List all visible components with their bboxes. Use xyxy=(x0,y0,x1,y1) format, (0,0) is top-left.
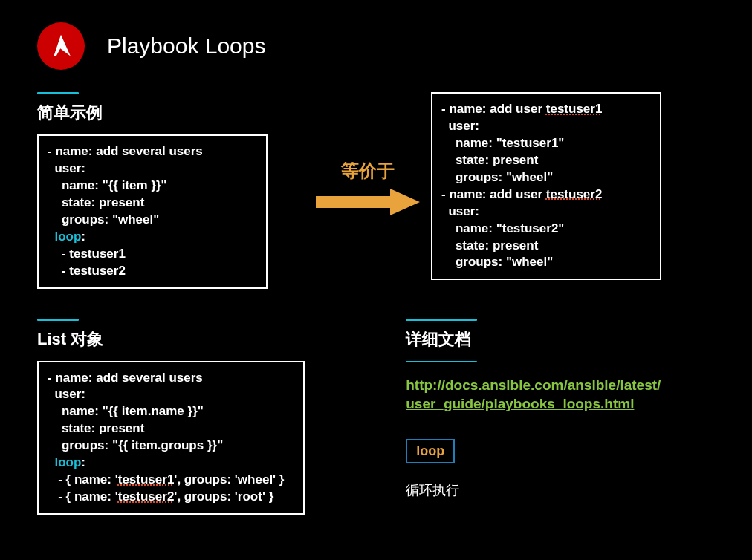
accent-line xyxy=(37,92,79,94)
accent-line xyxy=(37,319,79,321)
page-title: Playbook Loops xyxy=(107,33,266,59)
accent-line xyxy=(406,319,477,321)
code-line: state: present xyxy=(441,238,538,253)
code-line: groups: "wheel" xyxy=(441,170,553,184)
code-line: user: xyxy=(48,387,85,401)
code-line: - { name: ' xyxy=(48,472,118,486)
docs-link[interactable]: http://docs.ansible.com/ansible/latest/u… xyxy=(406,377,661,412)
code-line: name: "{{ item.name }}" xyxy=(48,404,204,418)
docs-link-block: http://docs.ansible.com/ansible/latest/u… xyxy=(406,376,715,414)
code-line: name: "testuser1" xyxy=(441,136,564,150)
loop-badge: loop xyxy=(406,439,455,463)
code-line: testuser1 xyxy=(546,102,603,116)
section-docs-label: 详细文档 xyxy=(406,328,715,351)
code-line: testuser2 xyxy=(118,489,175,504)
section-list-label: List 对象 xyxy=(37,328,317,351)
code-line: state: present xyxy=(48,421,144,435)
code-line: state: present xyxy=(48,195,144,209)
code-line: groups: "wheel" xyxy=(441,255,553,269)
code-line: name: "{{ item }}" xyxy=(48,178,167,192)
code-box-simple-loop: - name: add several users user: name: "{… xyxy=(37,134,268,289)
code-line: testuser2 xyxy=(546,187,603,201)
code-line: - testuser1 xyxy=(48,247,126,261)
row-simple-example: 简单示例 - name: add several users user: nam… xyxy=(37,92,715,289)
code-line: - testuser2 xyxy=(48,264,126,278)
code-line: ', groups: 'wheel' } xyxy=(174,472,284,486)
header: Playbook Loops xyxy=(37,22,715,70)
code-line: : xyxy=(81,229,85,244)
code-line: groups: "wheel" xyxy=(48,212,159,227)
col-list-object: List 对象 - name: add several users user: … xyxy=(37,319,317,515)
code-line: user: xyxy=(441,204,479,218)
loop-description: 循环执行 xyxy=(406,481,715,499)
section-simple-label: 简单示例 xyxy=(37,102,305,124)
accent-line xyxy=(406,361,477,362)
col-docs: 详细文档 http://docs.ansible.com/ansible/lat… xyxy=(406,319,715,499)
slide: Playbook Loops 简单示例 - name: add several … xyxy=(0,0,752,560)
col-equiv: 等价于 xyxy=(305,92,431,217)
code-line: - name: add user xyxy=(441,187,546,201)
col-simple-left: 简单示例 - name: add several users user: nam… xyxy=(37,92,305,289)
code-line: state: present xyxy=(441,153,538,167)
code-box-expanded: - name: add user testuser1 user: name: "… xyxy=(431,92,661,280)
col-simple-right: - name: add user testuser1 user: name: "… xyxy=(431,92,669,280)
code-line: - name: add several users xyxy=(48,371,203,385)
code-line: groups: "{{ item.groups }}" xyxy=(48,438,223,452)
code-line: name: "testuser2" xyxy=(441,221,564,235)
code-line: user: xyxy=(48,161,85,175)
loop-keyword: loop xyxy=(48,229,81,244)
code-line: : xyxy=(81,455,85,469)
svg-marker-0 xyxy=(316,189,420,215)
equiv-label: 等价于 xyxy=(341,159,395,183)
code-line: - name: add several users xyxy=(48,144,203,158)
ansible-logo-icon xyxy=(37,22,85,70)
code-line: - name: add user xyxy=(441,102,546,116)
code-box-list-object: - name: add several users user: name: "{… xyxy=(37,361,305,515)
link-text-line: user_guide/playbooks_loops.html xyxy=(406,396,634,411)
row-bottom: List 对象 - name: add several users user: … xyxy=(37,319,715,515)
code-line: testuser1 xyxy=(118,472,175,486)
arrow-right-icon xyxy=(316,187,420,217)
code-line: user: xyxy=(441,119,479,133)
loop-keyword: loop xyxy=(48,455,81,469)
code-line: - { name: ' xyxy=(48,489,118,504)
link-text-line: http://docs.ansible.com/ansible/latest/ xyxy=(406,377,661,393)
code-line: ', groups: 'root' } xyxy=(174,489,273,504)
